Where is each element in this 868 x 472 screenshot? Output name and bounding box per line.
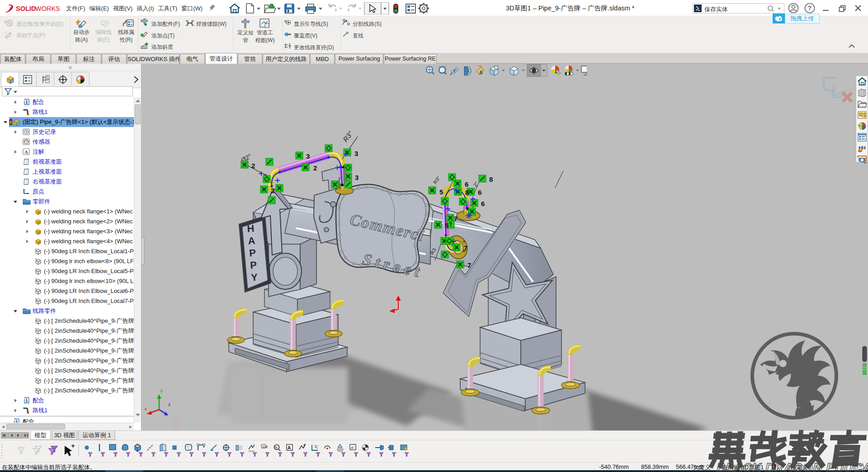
svg-text:8: 8 xyxy=(465,189,469,196)
svg-text:2: 2 xyxy=(313,164,317,172)
svg-text:SOLID: SOLID xyxy=(16,5,36,12)
svg-text:7: 7 xyxy=(467,261,471,269)
svg-text:x: x xyxy=(145,406,147,411)
svg-text:A: A xyxy=(288,445,291,450)
svg-text:8: 8 xyxy=(489,175,493,183)
svg-text:?: ? xyxy=(808,5,812,12)
svg-text:A: A xyxy=(24,149,28,155)
svg-text:P: P xyxy=(249,247,256,259)
svg-text:A°: A° xyxy=(351,446,355,450)
svg-text:N: N xyxy=(275,445,277,449)
svg-text:2: 2 xyxy=(271,187,274,194)
svg-text:5: 5 xyxy=(439,188,443,196)
svg-text:6: 6 xyxy=(465,180,468,188)
svg-text:3: 3 xyxy=(355,174,359,181)
svg-text:Y: Y xyxy=(250,272,258,283)
svg-text:103: 103 xyxy=(262,445,268,448)
svg-text:3: 3 xyxy=(306,152,310,160)
svg-text:6: 6 xyxy=(481,200,485,208)
svg-text:WORKS: WORKS xyxy=(35,5,60,12)
svg-text:P: P xyxy=(250,260,257,271)
svg-text:Y: Y xyxy=(160,389,163,394)
svg-text:6: 6 xyxy=(478,189,481,196)
svg-text:7: 7 xyxy=(454,215,458,222)
svg-text:2: 2 xyxy=(251,162,255,170)
svg-text:7: 7 xyxy=(464,244,467,252)
svg-text:A: A xyxy=(248,235,256,246)
svg-text:A: A xyxy=(479,70,483,75)
svg-text:H: H xyxy=(247,222,255,234)
svg-text:z: z xyxy=(168,402,170,407)
svg-text:5: 5 xyxy=(445,222,448,229)
svg-text:3: 3 xyxy=(354,150,358,157)
